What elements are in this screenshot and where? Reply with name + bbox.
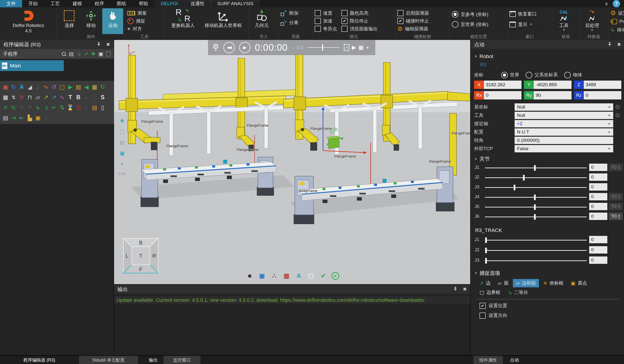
spline-motion-statement-icon[interactable]: ∿	[58, 93, 66, 101]
joint-value[interactable]: 0	[589, 164, 607, 171]
limit-奇异点-checkbox[interactable]	[315, 26, 321, 32]
joint-slider[interactable]	[485, 168, 587, 168]
copy-subprogram-icon[interactable]: ▣	[98, 51, 103, 57]
display-button[interactable]: 显示▼	[509, 21, 537, 28]
lock-option-至参考 (坐标)[interactable]: 至参考 (坐标)	[452, 11, 488, 18]
settings-button[interactable]: ⚙ 设置	[610, 10, 624, 17]
joints-section-header[interactable]: ▼关节	[471, 156, 493, 162]
simulation-settings-icon[interactable]: ⚙▼	[212, 44, 219, 52]
viewport-3d[interactable]: FlangeFrameFlangeFrameFlangeFrameFlangeF…	[114, 40, 470, 284]
limit-速度-checkbox[interactable]	[315, 10, 321, 16]
sync-statement-icon[interactable]: ⇅	[58, 104, 66, 112]
confirm-check-icon[interactable]: ✔	[331, 272, 339, 280]
grid-statement-icon[interactable]: ▦	[1, 93, 10, 101]
snap-边[interactable]: ↗边	[477, 279, 494, 287]
pin-icon[interactable]	[608, 42, 612, 47]
cycle-statement-icon[interactable]: ↻	[99, 83, 107, 91]
lock-radio[interactable]	[452, 11, 458, 18]
joint-value[interactable]: 0	[589, 193, 607, 200]
jump-statement-icon[interactable]: ↰	[18, 104, 26, 112]
joint-value[interactable]: 0	[589, 246, 607, 253]
weave-statement-icon[interactable]: ↯	[10, 93, 18, 101]
menu-tab-工艺[interactable]: 工艺	[44, 0, 66, 7]
jog-to-button[interactable]: TO▲▼	[609, 213, 623, 220]
tab-staubli-cell-config[interactable]: Stäubli 单元配置	[79, 356, 138, 364]
view-cube-right[interactable]: R	[152, 253, 156, 259]
frame-move-tool-icon[interactable]: ▢	[307, 272, 315, 280]
folder-statement-icon[interactable]: ▱	[34, 93, 42, 101]
text-annotate-tool-icon[interactable]: A	[295, 272, 303, 280]
collision-碰撞时停止-checkbox[interactable]: ✔	[397, 18, 403, 24]
field-value-工具[interactable]: Null▼	[515, 112, 613, 119]
add-subprogram-icon[interactable]: ✚	[91, 51, 96, 57]
joint-slider[interactable]	[485, 207, 587, 207]
approach-statement-icon[interactable]: ↓	[34, 83, 42, 91]
field-value-接近轴[interactable]: +Z▼	[515, 120, 613, 127]
limit-颜色高亮-checkbox[interactable]	[341, 10, 348, 16]
joint-slider[interactable]	[485, 177, 587, 178]
joint-value[interactable]: 0	[589, 213, 607, 220]
joint-slider-handle[interactable]	[534, 195, 536, 200]
snap-options-header[interactable]: ▼捕捉选项	[471, 270, 504, 276]
pattern-statement-icon[interactable]: ⊓	[26, 93, 34, 101]
subroutine-statement-icon[interactable]: S	[99, 93, 107, 101]
swap-robot-button[interactable]: R↰↳R 更换机器人	[166, 8, 200, 34]
menu-tab-建模[interactable]: 建模	[66, 0, 88, 7]
comment-statement-icon[interactable]: ▤	[91, 104, 99, 112]
joint-value[interactable]: 0	[589, 203, 607, 210]
select-statement-icon[interactable]: ▣	[1, 83, 10, 91]
move-robot-world-frame-button[interactable]: 移动机器人世界框	[201, 8, 245, 34]
layers-tool-icon[interactable]: ▤	[119, 140, 125, 145]
joint-slider[interactable]	[485, 240, 587, 241]
pose-value-Rz[interactable]: 0	[584, 91, 621, 99]
compare-statement-icon[interactable]: =	[1, 104, 10, 112]
limit-消息面板输出[interactable]: 消息面板输出	[341, 25, 378, 32]
select-button[interactable]: 选择	[59, 8, 80, 34]
move-path-button[interactable]: ↳ 移动路径	[610, 26, 624, 33]
menu-tab-文件[interactable]: 文件	[0, 0, 22, 7]
menu-tab-程序[interactable]: 程序	[88, 0, 110, 7]
help-button[interactable]: ?	[613, 0, 620, 7]
field-value-转角[interactable]: 0 (000000)	[515, 137, 613, 144]
attach-button[interactable]: 附加	[281, 10, 299, 17]
collision-碰撞时停止[interactable]: ✔碰撞时停止	[397, 17, 429, 24]
jog-to-button[interactable]: TO▲▼	[609, 203, 623, 210]
collision-启用探测器-checkbox[interactable]	[397, 10, 403, 16]
lock-option-至世界 (坐标)[interactable]: 至世界 (坐标)	[452, 21, 488, 28]
view-cube-back[interactable]: B	[139, 240, 143, 246]
pose-value-Z[interactable]: 3489	[584, 81, 621, 89]
joint-slider-handle[interactable]	[523, 175, 525, 181]
loop-statement-icon[interactable]: ↻	[10, 83, 18, 91]
gear-icon[interactable]: ⚙	[613, 112, 622, 119]
joint-slider[interactable]	[485, 250, 587, 251]
set-position-checkbox[interactable]: ✔设置位置	[480, 302, 507, 309]
robot-name[interactable]: R3	[471, 62, 486, 68]
joint-slider-handle[interactable]	[485, 237, 487, 243]
coord-option-世界[interactable]: 世界	[501, 72, 519, 78]
pose-value-Rx[interactable]: 0	[484, 91, 521, 99]
branch2-statement-icon[interactable]: ↴	[42, 104, 50, 112]
pose-value-Ry[interactable]: 90	[534, 91, 571, 99]
snap-原点[interactable]: ▣原点	[568, 279, 590, 287]
tab-output[interactable]: 输出	[143, 356, 163, 364]
set-direction-checkbox[interactable]: 设置方向	[480, 312, 507, 319]
joint-slider-handle[interactable]	[534, 214, 536, 220]
measure-button[interactable]: 测量	[127, 10, 147, 17]
update-message[interactable]: Update available. Current version: 4.5.0…	[117, 297, 424, 303]
text-statement-icon[interactable]: A	[18, 83, 26, 91]
joint-slider-handle[interactable]	[514, 185, 515, 190]
playback-more-icon[interactable]: ▼	[366, 46, 369, 49]
joint-slider[interactable]	[485, 217, 587, 217]
close-icon[interactable]: ✖	[106, 42, 110, 47]
view-cube-left[interactable]: L	[126, 253, 129, 259]
spinner-icons[interactable]: ▲▼	[618, 165, 620, 169]
jog-to-button[interactable]: TO▲▼	[609, 164, 623, 171]
rewind-button[interactable]: ◀◀	[223, 42, 235, 53]
coord-radio[interactable]	[526, 72, 532, 78]
branch-statement-icon[interactable]: ↳	[34, 104, 42, 112]
speed-slider[interactable]	[308, 47, 339, 48]
pose-value-X[interactable]: 3182.262	[484, 81, 521, 89]
sub-tool[interactable]: SUB	[118, 172, 126, 175]
jump2-statement-icon[interactable]: ↱	[26, 104, 34, 112]
lock-radio[interactable]	[452, 21, 458, 28]
